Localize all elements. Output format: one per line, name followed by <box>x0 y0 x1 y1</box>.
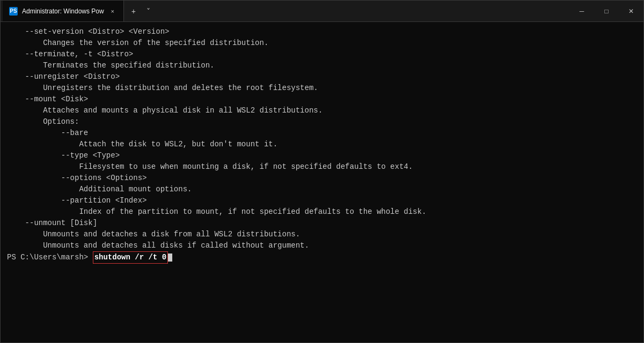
terminal-line: --unregister <Distro> <box>7 71 637 83</box>
terminal-line: --partition <Index> <box>7 195 637 206</box>
titlebar: PS Administrator: Windows Pow × + ˅ ─ □ … <box>1 1 643 22</box>
command-text: shutdown /r /t 0 <box>93 251 168 264</box>
prompt-space <box>88 252 92 263</box>
terminal-line: Options: <box>7 116 637 128</box>
terminal-line: Index of the partition to mount, if not … <box>7 206 637 218</box>
close-button[interactable]: ✕ <box>619 1 643 22</box>
terminal-line: Changes the version of the specified dis… <box>7 38 637 49</box>
terminal-line: --bare <box>7 128 637 139</box>
prompt-line: PS C:\Users\marsh> shutdown /r /t 0 <box>7 251 637 264</box>
prompt-text: PS C:\Users\marsh> <box>7 252 88 263</box>
maximize-button[interactable]: □ <box>594 1 619 22</box>
tab-dropdown-button[interactable]: ˅ <box>141 4 156 19</box>
window-controls: ─ □ ✕ <box>569 1 643 21</box>
terminal-line: Additional mount options. <box>7 184 637 195</box>
terminal-line: Terminates the specified distribution. <box>7 60 637 71</box>
terminal-line: --unmount [Disk] <box>7 218 637 229</box>
terminal-line: --terminate, -t <Distro> <box>7 49 637 60</box>
tab-title: Administrator: Windows Pow <box>22 8 104 15</box>
terminal-line: --mount <Disk> <box>7 94 637 105</box>
tab-close-button[interactable]: × <box>108 7 117 16</box>
minimize-button[interactable]: ─ <box>569 1 594 22</box>
new-tab-button[interactable]: + <box>126 4 141 19</box>
cursor <box>168 253 172 262</box>
terminal-line: Unmounts and detaches all disks if calle… <box>7 240 637 251</box>
terminal-output: --set-version <Distro> <Version> Changes… <box>7 26 637 251</box>
terminal-line: --type <Type> <box>7 150 637 161</box>
terminal-line: Filesystem to use when mounting a disk, … <box>7 161 637 173</box>
tab-icon: PS <box>9 7 18 16</box>
tab-area: PS Administrator: Windows Pow × + ˅ <box>1 1 569 21</box>
tab-actions: + ˅ <box>124 4 158 19</box>
active-tab[interactable]: PS Administrator: Windows Pow × <box>3 1 124 21</box>
terminal-line: --options <Options> <box>7 173 637 184</box>
terminal-line: Attaches and mounts a physical disk in a… <box>7 105 637 116</box>
terminal-line: Unregisters the distribution and deletes… <box>7 83 637 94</box>
terminal-line: --set-version <Distro> <Version> <box>7 26 637 38</box>
terminal-line: Attach the disk to WSL2, but don't mount… <box>7 139 637 150</box>
terminal-line: Unmounts and detaches a disk from all WS… <box>7 229 637 240</box>
terminal-body[interactable]: --set-version <Distro> <Version> Changes… <box>1 22 643 342</box>
terminal-window: PS Administrator: Windows Pow × + ˅ ─ □ … <box>0 0 644 343</box>
